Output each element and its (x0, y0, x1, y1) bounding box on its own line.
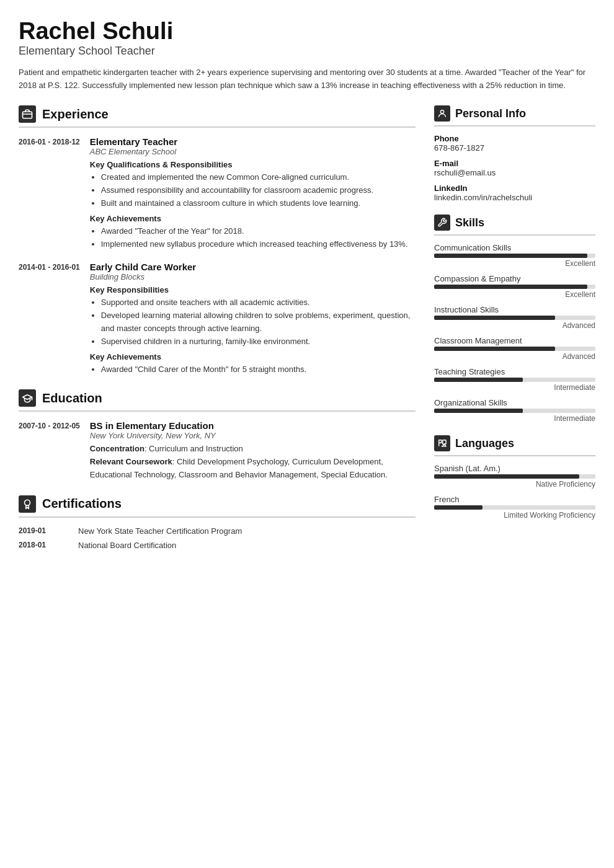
skill-bar-background (434, 316, 595, 320)
candidate-summary: Patient and empathetic kindergarten teac… (19, 66, 595, 92)
exp-qualifications-heading: Key Responsibilities (90, 285, 416, 294)
email-value: rschuli@email.us (434, 168, 595, 177)
skill-name: Classroom Management (434, 336, 595, 345)
cert-date: 2019-01 (19, 526, 68, 536)
skill-bar-fill (434, 409, 523, 413)
edu-content: BS in Elementary Education New York Univ… (90, 420, 416, 481)
certifications-icon (19, 495, 36, 513)
email-label: E-mail (434, 159, 595, 168)
svg-point-5 (440, 110, 443, 113)
skill-entry: Instructional Skills Advanced (434, 305, 595, 330)
education-entry: 2007-10 - 2012-05 BS in Elementary Educa… (19, 420, 416, 481)
language-entry: French Limited Working Proficiency (434, 495, 595, 520)
exp-achievement: Awarded "Teacher of the Year" for 2018. (101, 225, 416, 238)
education-list: 2007-10 - 2012-05 BS in Elementary Educa… (19, 420, 416, 481)
exp-qualification: Assumed responsibility and accountabilit… (101, 184, 416, 197)
languages-list: Spanish (Lat. Am.) Native Proficiency Fr… (434, 464, 595, 520)
linkedin-value: linkedin.com/in/rachelschuli (434, 193, 595, 202)
exp-job-title: Early Child Care Worker (90, 262, 416, 272)
right-column: Personal Info Phone 678-867-1827 E-mail … (434, 105, 595, 563)
exp-qualifications-list: Supported and onsite teachers with all a… (90, 296, 416, 348)
linkedin-info: LinkedIn linkedin.com/in/rachelschuli (434, 184, 595, 202)
email-info: E-mail rschuli@email.us (434, 159, 595, 177)
language-name: Spanish (Lat. Am.) (434, 464, 595, 473)
skill-entry: Classroom Management Advanced (434, 336, 595, 361)
skill-bar-background (434, 254, 595, 258)
skills-icon (434, 215, 450, 231)
languages-header: Languages (434, 435, 595, 456)
phone-value: 678-867-1827 (434, 143, 595, 153)
languages-section: Languages Spanish (Lat. Am.) Native Prof… (434, 435, 595, 520)
certifications-section: Certifications 2019-01 New York State Te… (19, 495, 416, 550)
exp-company: ABC Elementary School (90, 147, 416, 156)
phone-label: Phone (434, 134, 595, 143)
skill-name: Communication Skills (434, 243, 595, 252)
language-name: French (434, 495, 595, 504)
exp-qualifications-list: Created and implemented the new Common C… (90, 171, 416, 210)
cert-name: New York State Teacher Certification Pro… (78, 526, 242, 536)
language-bar-background (434, 505, 595, 510)
exp-qualification: Developed learning material allowing chi… (101, 309, 416, 335)
skill-name: Teaching Strategies (434, 367, 595, 376)
language-entry: Spanish (Lat. Am.) Native Proficiency (434, 464, 595, 489)
skill-bar-background (434, 409, 595, 413)
exp-company: Building Blocks (90, 272, 416, 281)
skill-bar-fill (434, 316, 555, 320)
skill-bar-fill (434, 347, 555, 351)
skill-entry: Teaching Strategies Intermediate (434, 367, 595, 392)
svg-point-4 (25, 500, 30, 505)
exp-qualification: Built and maintained a classroom culture… (101, 197, 416, 210)
exp-achievements-heading: Key Achievements (90, 214, 416, 223)
edu-dates: 2007-10 - 2012-05 (19, 420, 80, 481)
personal-info-icon (434, 105, 450, 122)
skill-name: Instructional Skills (434, 305, 595, 314)
skill-level: Advanced (434, 352, 595, 361)
cert-date: 2018-01 (19, 541, 68, 550)
exp-achievements-list: Awarded "Teacher of the Year" for 2018.I… (90, 225, 416, 251)
cert-name: National Board Certification (78, 541, 176, 550)
skill-bar-fill (434, 254, 587, 258)
exp-achievement: Implemented new syllabus procedure which… (101, 238, 416, 251)
certification-entry: 2019-01 New York State Teacher Certifica… (19, 526, 416, 536)
candidate-title: Elementary School Teacher (19, 45, 595, 58)
language-level: Limited Working Proficiency (434, 511, 595, 520)
skill-name: Organizational Skills (434, 398, 595, 407)
language-level: Native Proficiency (434, 480, 595, 489)
edu-school: New York University, New York, NY (90, 431, 416, 440)
skill-entry: Compassion & Empathy Excellent (434, 274, 595, 299)
experience-icon (19, 105, 36, 123)
exp-content: Elementary Teacher ABC Elementary School… (90, 136, 416, 250)
skills-list: Communication Skills Excellent Compassio… (434, 243, 595, 423)
exp-qualification: Supervised children in a nurturing, fami… (101, 335, 416, 348)
exp-content: Early Child Care Worker Building Blocks … (90, 262, 416, 376)
personal-info-section: Personal Info Phone 678-867-1827 E-mail … (434, 105, 595, 202)
exp-qualification: Supported and onsite teachers with all a… (101, 296, 416, 309)
experience-list: 2016-01 - 2018-12 Elementary Teacher ABC… (19, 136, 416, 376)
experience-entry: 2014-01 - 2016-01 Early Child Care Worke… (19, 262, 416, 376)
skill-bar-fill (434, 378, 523, 382)
exp-qualifications-heading: Key Qualifications & Responsibilities (90, 160, 416, 169)
exp-qualification: Created and implemented the new Common C… (101, 171, 416, 184)
languages-icon (434, 435, 450, 451)
personal-info-title: Personal Info (455, 107, 526, 120)
skill-level: Excellent (434, 259, 595, 268)
skill-name: Compassion & Empathy (434, 274, 595, 283)
education-icon (19, 389, 36, 407)
education-title: Education (42, 391, 102, 405)
certifications-title: Certifications (42, 497, 122, 511)
certification-entry: 2018-01 National Board Certification (19, 541, 416, 550)
exp-dates: 2016-01 - 2018-12 (19, 136, 80, 250)
edu-coursework: Relevant Coursework: Child Development P… (90, 456, 416, 482)
exp-job-title: Elementary Teacher (90, 136, 416, 147)
skill-bar-background (434, 285, 595, 289)
languages-title: Languages (455, 437, 514, 450)
skill-level: Excellent (434, 290, 595, 299)
skill-bar-background (434, 347, 595, 351)
experience-title: Experience (42, 107, 109, 122)
exp-dates: 2014-01 - 2016-01 (19, 262, 80, 376)
skill-level: Advanced (434, 321, 595, 330)
edu-concentration: Concentration: Curriculum and Instructio… (90, 443, 416, 456)
skills-header: Skills (434, 215, 595, 236)
exp-achievements-heading: Key Achievements (90, 352, 416, 361)
skill-level: Intermediate (434, 383, 595, 392)
